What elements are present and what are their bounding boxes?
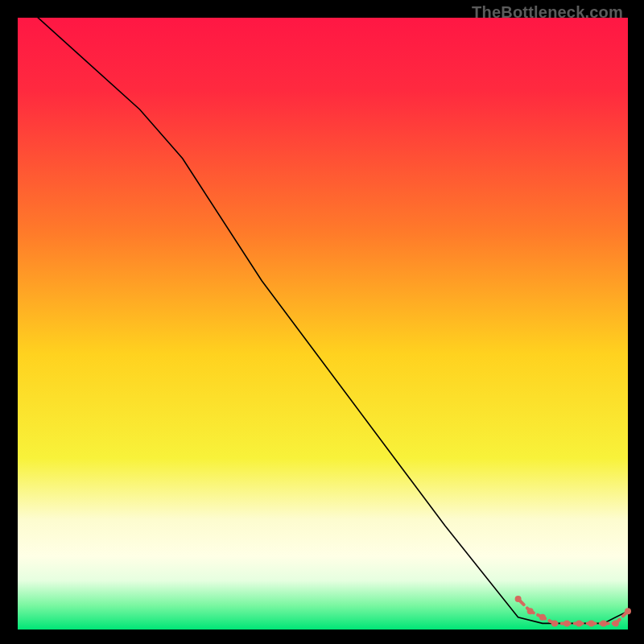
- marker-dot: [601, 620, 607, 626]
- marker-dot: [551, 620, 558, 626]
- chart-container: TheBottleneck.com: [0, 0, 644, 644]
- marker-dot: [515, 596, 522, 602]
- plot-background: [18, 18, 628, 630]
- marker-dot: [613, 620, 619, 626]
- chart-svg: [0, 0, 644, 644]
- watermark-text: TheBottleneck.com: [472, 3, 623, 22]
- marker-dot: [564, 620, 570, 626]
- marker-dot: [625, 608, 631, 614]
- marker-dot: [527, 608, 534, 614]
- marker-dot: [576, 620, 582, 626]
- marker-dot: [539, 614, 546, 621]
- marker-dot: [588, 620, 595, 626]
